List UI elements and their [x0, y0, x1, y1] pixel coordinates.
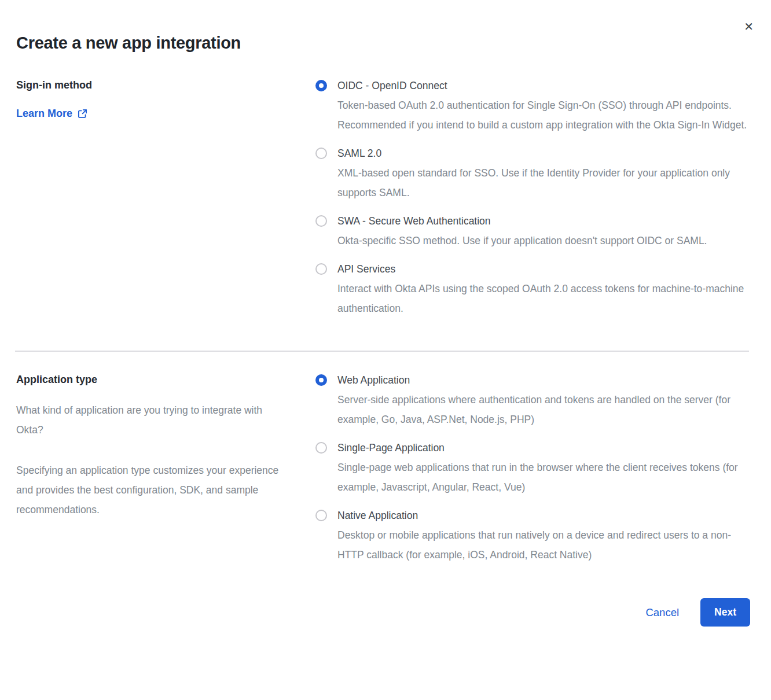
radio-icon[interactable] [315, 263, 327, 275]
application-type-section: Application type What kind of applicatio… [0, 373, 771, 565]
radio-icon[interactable] [315, 148, 327, 159]
application-type-question: What kind of application are you trying … [16, 400, 289, 440]
radio-option-description: Single-page web applications that run in… [337, 458, 750, 497]
radio-option-oidc[interactable]: OIDC - OpenID Connect Token-based OAuth … [315, 78, 750, 135]
radio-option-single-page-application[interactable]: Single-Page Application Single-page web … [315, 440, 750, 497]
next-button[interactable]: Next [700, 598, 750, 627]
create-app-integration-dialog: ✕ Create a new app integration Sign-in m… [0, 0, 771, 700]
radio-option-description: Desktop or mobile applications that run … [337, 525, 750, 565]
radio-icon[interactable] [315, 510, 327, 521]
radio-option-label[interactable]: API Services [337, 261, 750, 277]
signin-method-section: Sign-in method Learn More OIDC - OpenID … [0, 78, 771, 318]
radio-option-label[interactable]: Web Application [337, 373, 750, 388]
radio-option-native-application[interactable]: Native Application Desktop or mobile app… [315, 508, 750, 565]
radio-option-saml[interactable]: SAML 2.0 XML-based open standard for SSO… [315, 146, 750, 202]
radio-icon[interactable] [315, 215, 327, 227]
signin-method-label: Sign-in method [16, 78, 315, 92]
learn-more-label: Learn More [16, 108, 72, 120]
radio-option-label[interactable]: SWA - Secure Web Authentication [337, 213, 707, 229]
radio-option-description: Server-side applications where authentic… [337, 390, 750, 429]
radio-icon[interactable] [315, 80, 327, 91]
page-title: Create a new app integration [0, 0, 771, 53]
radio-option-api-services[interactable]: API Services Interact with Okta APIs usi… [315, 261, 750, 318]
radio-option-description: Interact with Okta APIs using the scoped… [337, 279, 750, 318]
radio-option-description: Okta-specific SSO method. Use if your ap… [337, 231, 707, 250]
close-icon[interactable]: ✕ [744, 21, 754, 32]
cancel-button[interactable]: Cancel [645, 606, 679, 619]
radio-option-description: Token-based OAuth 2.0 authentication for… [337, 95, 750, 135]
radio-icon[interactable] [315, 442, 327, 454]
external-link-icon [78, 109, 87, 119]
application-type-detail: Specifying an application type customize… [16, 460, 289, 520]
radio-option-label[interactable]: SAML 2.0 [337, 146, 750, 161]
radio-option-description: XML-based open standard for SSO. Use if … [337, 163, 750, 202]
radio-option-label[interactable]: Native Application [337, 508, 750, 523]
radio-option-swa[interactable]: SWA - Secure Web Authentication Okta-spe… [315, 213, 750, 250]
radio-icon[interactable] [315, 374, 327, 386]
radio-option-label[interactable]: Single-Page Application [337, 440, 750, 455]
section-divider [15, 351, 749, 352]
radio-option-label[interactable]: OIDC - OpenID Connect [337, 78, 750, 93]
radio-option-web-application[interactable]: Web Application Server-side applications… [315, 373, 750, 429]
learn-more-link[interactable]: Learn More [16, 108, 87, 120]
dialog-footer: Cancel Next [0, 598, 771, 627]
application-type-label: Application type [16, 373, 315, 386]
